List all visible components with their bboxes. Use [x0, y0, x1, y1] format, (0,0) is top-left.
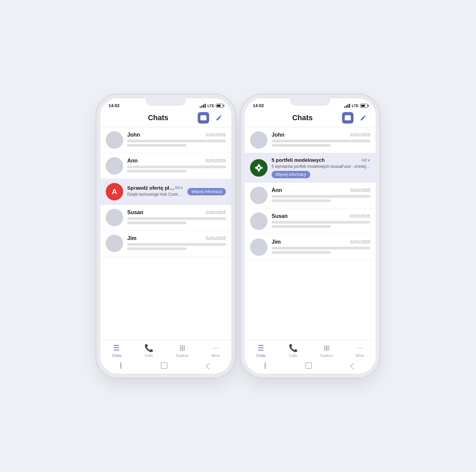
avatar-ann-right — [250, 187, 268, 204]
nav-chats-label-left: Chats — [112, 353, 122, 358]
calls-nav-icon-left: 📞 — [144, 344, 153, 352]
status-time-left: 14:02 — [108, 103, 120, 108]
nav-calls-label-left: Calls — [145, 353, 153, 358]
phone-left: 14:02 LTE Chats — [100, 98, 231, 374]
nav-chats-left[interactable]: ☰ Chats — [112, 344, 122, 358]
battery-icon-left — [216, 104, 223, 108]
chat-name-susan-left: Susan — [127, 209, 143, 216]
chat-date-john-left: 01/01/2025 — [206, 133, 226, 137]
edit-button-right[interactable] — [358, 112, 369, 124]
more-nav-icon-left: ··· — [212, 344, 219, 352]
chat-date-jim-right: 01/01/2025 — [350, 240, 370, 244]
chat-info-susan-right: Susan 01/01/2025 — [272, 213, 370, 230]
nav-more-left[interactable]: ··· More — [211, 344, 220, 358]
home-bar-right — [265, 362, 266, 369]
chat-list-right: John 01/01/2025 — [245, 127, 376, 340]
ad-description-right: 5 wymiarów portfeli modelowych bossaFund… — [272, 164, 370, 169]
chat-item-jim-right[interactable]: Jim 01/01/2025 — [245, 234, 376, 260]
chat-name-john-left: John — [127, 132, 140, 138]
avatar-jim-right — [250, 238, 268, 256]
chat-date-susan-left: 01/01/2025 — [206, 210, 226, 215]
nav-chats-right[interactable]: ☰ Chats — [256, 344, 266, 358]
home-square-right — [305, 362, 312, 369]
nav-calls-left[interactable]: 📞 Calls — [144, 344, 153, 358]
nav-explore-label-right: Explore — [321, 353, 333, 358]
chat-name-jim-left: Jim — [127, 235, 137, 241]
preview-line-r4 — [272, 199, 331, 202]
explore-nav-icon-right: ⊞ — [324, 344, 330, 352]
nav-chats-label-right: Chats — [256, 353, 266, 358]
nav-calls-right[interactable]: 📞 Calls — [289, 344, 298, 358]
preview-line-2 — [127, 144, 186, 147]
phone-right: 14:02 LTE Chats — [245, 98, 376, 374]
chat-info-ann-right: Ann 01/01/2025 — [272, 187, 370, 204]
chats-title-right: Chats — [263, 113, 342, 122]
nav-more-label-left: More — [211, 353, 220, 358]
home-square-left — [161, 362, 168, 369]
chat-item-john-right[interactable]: John 01/01/2025 — [245, 127, 376, 153]
bottom-nav-left: ☰ Chats 📞 Calls ⊞ Explore ··· More — [100, 340, 231, 360]
ad-logo-left: A — [106, 183, 123, 200]
home-indicator-left — [100, 360, 231, 374]
home-bar-left — [120, 362, 122, 369]
ad-badge-left: Ad ∨ — [175, 185, 184, 190]
signal-icon-right — [344, 104, 350, 108]
ad-more-info-button-right[interactable]: Więcej informacji — [272, 171, 310, 178]
chat-date-jim-left: 01/01/2025 — [206, 236, 226, 241]
nav-calls-label-right: Calls — [289, 353, 297, 358]
ad-content-left: Sprawdź ofertę płyt... Ad ∨ Dzięki techn… — [127, 185, 183, 199]
avatar-ann-left — [106, 157, 123, 175]
chat-item-susan-left[interactable]: Susan 01/01/2025 — [100, 205, 231, 231]
nav-more-right[interactable]: ··· More — [356, 344, 364, 358]
status-icons-right: LTE — [344, 104, 368, 108]
header-icons-left — [198, 112, 225, 124]
preview-line-r1 — [272, 140, 370, 142]
nav-explore-left[interactable]: ⊞ Explore — [176, 344, 189, 358]
chat-header-right: Chats — [245, 108, 376, 127]
chat-header-left: Chats — [100, 108, 231, 127]
calls-nav-icon-right: 📞 — [289, 344, 298, 352]
scene: 14:02 LTE Chats — [74, 78, 402, 394]
preview-line-5 — [127, 217, 226, 220]
chat-date-john-right: 01/01/2025 — [350, 133, 370, 137]
chat-date-ann-right: 01/01/2025 — [350, 188, 370, 193]
status-bar-left: 14:02 LTE — [100, 98, 231, 108]
battery-icon-right — [360, 104, 368, 108]
home-chevron-right — [350, 363, 357, 370]
nav-explore-right[interactable]: ⊞ Explore — [321, 344, 333, 358]
camera-button-right[interactable] — [342, 112, 353, 124]
camera-button-left[interactable] — [198, 112, 209, 124]
ad-more-info-button-left[interactable]: Więcej informacji — [187, 188, 226, 195]
preview-line-r7 — [272, 247, 370, 249]
chat-name-ann-right: Ann — [272, 187, 282, 193]
preview-line-r2 — [272, 144, 331, 147]
ad-title-right: 5 portfeli modelowych — [272, 157, 325, 163]
chat-date-susan-right: 01/01/2025 — [350, 214, 370, 219]
ad-content-right: 5 portfeli modelowych Ad ∨ 5 wymiarów po… — [272, 157, 370, 178]
header-icons-right — [342, 112, 369, 124]
chat-item-jim-left[interactable]: Jim 01/01/2025 — [100, 231, 231, 256]
chat-item-ann-left[interactable]: Ann 01/01/2025 — [100, 153, 231, 179]
chat-item-susan-right[interactable]: Susan 01/01/2025 — [245, 208, 376, 234]
avatar-susan-right — [250, 213, 268, 230]
bottom-nav-right: ☰ Chats 📞 Calls ⊞ Explore ··· More — [245, 340, 376, 360]
avatar-jim-left — [106, 235, 123, 252]
chat-name-john-right: John — [272, 132, 284, 138]
status-time-right: 14:02 — [253, 103, 264, 108]
edit-button-left[interactable] — [213, 112, 225, 124]
nav-explore-label-left: Explore — [176, 353, 189, 358]
ad-banner-right[interactable]: 5 portfeli modelowych Ad ∨ 5 wymiarów po… — [245, 153, 376, 183]
chat-info-john-right: John 01/01/2025 — [272, 132, 370, 148]
preview-line-4 — [127, 170, 186, 173]
chat-info-ann-left: Ann 01/01/2025 — [127, 158, 226, 174]
preview-line-6 — [127, 222, 186, 224]
chat-nav-icon-left: ☰ — [113, 344, 120, 352]
chat-item-john-left[interactable]: John 01/01/2025 — [100, 127, 231, 153]
preview-line-1 — [127, 140, 226, 142]
chat-list-left: John 01/01/2025 Ann 01/01/2025 — [100, 127, 231, 340]
signal-icon-left — [200, 104, 206, 108]
nav-more-label-right: More — [356, 353, 364, 358]
chat-item-ann-right[interactable]: Ann 01/01/2025 — [245, 183, 376, 208]
preview-line-3 — [127, 166, 226, 168]
ad-banner-left[interactable]: A Sprawdź ofertę płyt... Ad ∨ Dzięki tec… — [100, 179, 231, 205]
